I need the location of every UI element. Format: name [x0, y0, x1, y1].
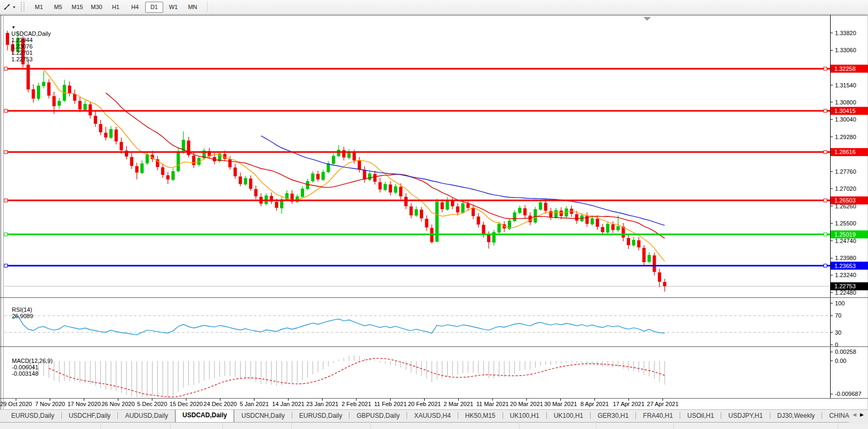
chart-tab-usdchf-daily[interactable]: USDCHF,Daily: [62, 410, 118, 422]
price-tick-label: 1.25500: [835, 220, 856, 226]
chart-tab-gbpusd-daily[interactable]: GBPUSD,Daily: [349, 410, 407, 422]
bear-candle: [249, 179, 252, 189]
chart-tab-usdcnh-daily[interactable]: USDCNH,Daily: [234, 410, 291, 422]
toolbar-separator: [207, 2, 208, 12]
line-anchor[interactable]: [824, 150, 827, 153]
timeframe-button-m30[interactable]: M30: [87, 2, 106, 13]
bull-candle: [384, 184, 387, 190]
timeframe-button-m5[interactable]: M5: [49, 2, 67, 13]
bull-candle: [58, 101, 61, 106]
bear-candle: [652, 255, 656, 272]
tab-scroll-left-button[interactable]: ◀: [853, 412, 856, 417]
rsi-axis-label: 30: [835, 329, 841, 336]
chart-tab-uk100-h1[interactable]: UK100,H1: [547, 410, 590, 422]
date-label: 11 Mar 2021: [476, 401, 509, 407]
chart-tab-eurusd-daily[interactable]: EURUSD,Daily: [292, 410, 349, 422]
price-tick-label: 1.27760: [835, 168, 856, 175]
bear-candle: [166, 175, 170, 180]
line-price-label: 1.32258: [834, 66, 856, 72]
bull-candle: [518, 208, 521, 213]
chart-tab-hk50-m15[interactable]: HK50,M15: [458, 410, 503, 422]
bear-candle: [585, 216, 588, 224]
cursor-tool-icon: [3, 3, 11, 11]
bull-candle: [632, 240, 635, 245]
timeframe-button-m15[interactable]: M15: [68, 2, 86, 13]
bear-candle: [47, 83, 51, 96]
date-label: 23 Jan 2021: [306, 401, 339, 407]
bear-candle: [389, 184, 392, 192]
dropdown-caret-icon[interactable]: ▼: [12, 5, 16, 9]
date-label: 20 Mar 2021: [510, 401, 543, 407]
date-label: 26 Nov 2020: [101, 401, 134, 407]
bull-candle: [37, 86, 40, 99]
line-anchor[interactable]: [824, 233, 827, 236]
timeframe-button-w1[interactable]: W1: [164, 2, 182, 13]
chart-canvas[interactable]: 1.338201.330601.323001.315401.308001.300…: [0, 15, 868, 409]
timeframe-button-m1[interactable]: M1: [30, 2, 48, 13]
bear-candle: [275, 202, 278, 208]
chart-tab-audusd-daily[interactable]: AUDUSD,Daily: [118, 410, 175, 422]
price-tick-label: 1.30040: [835, 116, 856, 123]
chart-tab-eurusd-daily[interactable]: EURUSD,Daily: [4, 410, 61, 422]
line-anchor[interactable]: [4, 109, 7, 112]
bear-candle: [130, 157, 133, 166]
bull-candle: [109, 129, 113, 137]
timeframe-button-mn[interactable]: MN: [184, 2, 202, 13]
chart-tab-usdcad-daily[interactable]: USDCAD,Daily: [175, 409, 234, 422]
bull-candle: [42, 82, 45, 86]
chart-tab-xauusd-h4[interactable]: XAUUSD,H4: [407, 410, 458, 422]
price-tick-label: 1.33060: [835, 47, 856, 53]
chart-cursor-tool[interactable]: ▼: [3, 3, 16, 11]
macd-signal-line: [49, 358, 665, 397]
bull-candle: [513, 213, 516, 221]
chart-tab-dj30-weekly[interactable]: DJ30,Weekly: [770, 410, 822, 422]
bear-candle: [353, 152, 356, 160]
bear-candle: [410, 206, 413, 215]
chart-shift-icon[interactable]: [643, 17, 651, 21]
bear-candle: [238, 176, 242, 184]
date-label: 29 Oct 2020: [0, 401, 32, 407]
timeframe-button-d1[interactable]: D1: [145, 2, 163, 13]
bear-candle: [135, 166, 138, 173]
timeframe-button-h4[interactable]: H4: [126, 2, 144, 13]
panel-column-divider: [222, 423, 223, 429]
bull-candle: [301, 189, 304, 197]
chart-tab-bar: EURUSD,DailyUSDCHF,DailyAUDUSD,DailyUSDC…: [0, 409, 868, 422]
rsi-axis-label: 0: [835, 342, 838, 348]
line-anchor[interactable]: [4, 199, 7, 202]
bear-candle: [658, 272, 661, 282]
timeframe-button-h1[interactable]: H1: [107, 2, 125, 13]
date-label: 8 Apr 2021: [580, 401, 609, 407]
bear-candle: [316, 174, 320, 179]
tab-scroll-right-button[interactable]: ▶: [860, 412, 864, 417]
chart-tab-usoil-h1[interactable]: USOil,H1: [680, 410, 721, 422]
line-anchor[interactable]: [4, 67, 7, 70]
line-anchor[interactable]: [824, 67, 827, 70]
date-label: 24 Dec 2020: [204, 401, 237, 407]
line-anchor[interactable]: [4, 233, 7, 236]
chart-tab-usdjpy-h1[interactable]: USDJPY,H1: [721, 410, 769, 422]
line-anchor[interactable]: [4, 264, 7, 268]
bear-candle: [120, 142, 123, 150]
bear-candle: [254, 189, 258, 197]
bull-candle: [394, 187, 397, 193]
bear-candle: [68, 86, 71, 94]
rsi-axis-label: 100: [835, 300, 845, 306]
line-anchor[interactable]: [824, 199, 827, 202]
line-anchor[interactable]: [4, 150, 7, 153]
line-price-label: 1.23653: [834, 263, 856, 269]
price-tick-label: 1.23980: [835, 255, 856, 261]
chart-tab-ger30-h1[interactable]: GER30,H1: [591, 410, 635, 422]
date-label: 2 Feb 2021: [341, 401, 371, 407]
panel-column-divider: [370, 423, 371, 429]
chart-tab-uk100-h1[interactable]: UK100,H1: [503, 410, 546, 422]
bear-candle: [611, 224, 615, 230]
bear-candle: [52, 96, 55, 106]
bear-candle: [482, 225, 485, 234]
line-anchor[interactable]: [824, 109, 827, 112]
line-anchor[interactable]: [824, 264, 827, 268]
bear-candle: [192, 156, 195, 165]
bear-candle: [472, 208, 475, 216]
chart-tab-fra40-h1[interactable]: FRA40,H1: [636, 410, 680, 422]
bear-candle: [523, 208, 527, 215]
